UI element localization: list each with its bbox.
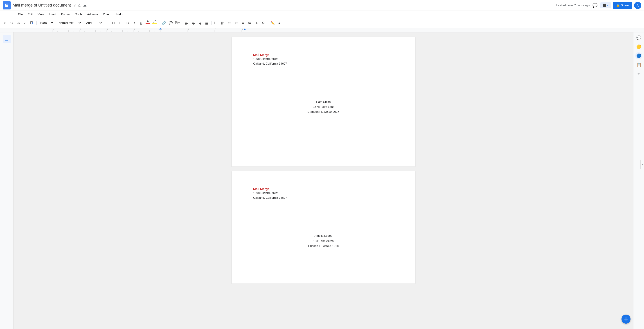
font-size-input[interactable] <box>110 21 117 24</box>
header-right: 💬 ⬛ ▾ 🔒 Share A <box>591 2 641 9</box>
font-size-control: − + <box>105 21 122 25</box>
svg-text:2: 2 <box>80 28 81 30</box>
menu-bar: File Edit View Insert Format Tools Add-o… <box>0 11 644 18</box>
right-panel-edit-icon[interactable]: 💬 <box>635 34 642 42</box>
align-right-button[interactable] <box>197 20 203 26</box>
sender-street-1: 1398 Clifford Street <box>253 57 394 62</box>
menu-zotero[interactable]: Zotero <box>101 12 114 17</box>
sender-city-1: Oakland, California 94607 <box>253 62 394 66</box>
svg-rect-24 <box>215 24 217 24</box>
highlight-button[interactable]: 🖍 <box>152 20 158 26</box>
svg-text:3: 3 <box>235 23 236 24</box>
font-select[interactable]: Arial Times New Roman Courier New <box>84 20 102 25</box>
svg-rect-46 <box>249 24 251 24</box>
sender-block-2: Mail Merge 1398 Clifford Street Oakland,… <box>253 187 394 200</box>
document-area[interactable]: Mail Merge 1398 Clifford Street Oakland,… <box>14 32 633 329</box>
svg-marker-80 <box>244 28 246 30</box>
text-color-button[interactable]: A <box>145 20 151 26</box>
ruler-inner: 1 2 3 4 5 6 7 8 <box>52 28 268 32</box>
svg-text:✓: ✓ <box>24 22 26 24</box>
indent-less-button[interactable] <box>240 20 246 26</box>
svg-rect-21 <box>206 24 208 24</box>
svg-rect-3 <box>6 6 7 6</box>
share-button[interactable]: 🔒 Share <box>613 2 632 9</box>
svg-text:3: 3 <box>107 28 108 30</box>
svg-text:8: 8 <box>242 28 243 30</box>
recipient-name-2: Amelia Lopez <box>253 233 394 238</box>
outline-icon[interactable] <box>3 35 11 43</box>
font-size-decrease[interactable]: − <box>105 21 110 25</box>
cloud-icon[interactable]: ☁ <box>83 3 87 8</box>
collapse-toolbar[interactable]: ▲ <box>276 20 282 26</box>
right-panel-add-icon[interactable]: + <box>635 70 642 78</box>
style-select[interactable]: Normal text Heading 1 Heading 2 Title <box>57 20 82 25</box>
numbered-list-button[interactable]: 123 <box>233 20 240 26</box>
menu-insert[interactable]: Insert <box>46 12 58 17</box>
menu-tools[interactable]: Tools <box>73 12 84 17</box>
svg-rect-5 <box>30 22 32 24</box>
svg-rect-2 <box>6 5 8 6</box>
undo-button[interactable]: ↩ <box>2 20 8 26</box>
menu-view[interactable]: View <box>35 12 46 17</box>
text-color-bar <box>146 23 150 24</box>
indent-more-button[interactable] <box>246 20 253 26</box>
svg-rect-20 <box>206 24 208 24</box>
sender-name-2: Mail Merge <box>253 187 394 191</box>
folder-icon[interactable]: 🗂 <box>78 4 82 8</box>
divider-7 <box>182 21 182 25</box>
align-center-button[interactable] <box>190 20 196 26</box>
menu-help[interactable]: Help <box>114 12 125 17</box>
insert-comment-button[interactable]: 💬 <box>168 20 174 26</box>
link-button[interactable]: 🔗 <box>161 20 167 26</box>
underline-button[interactable]: U <box>138 20 144 26</box>
svg-rect-8 <box>185 24 188 24</box>
svg-rect-83 <box>5 40 8 40</box>
svg-rect-6 <box>185 22 188 22</box>
italic-button[interactable]: I <box>131 20 138 26</box>
sender-name-1: Mail Merge <box>253 53 394 57</box>
menu-file[interactable]: File <box>16 12 25 17</box>
star-icon[interactable]: ☆ <box>74 3 77 8</box>
svg-rect-36 <box>236 22 238 22</box>
bold-button[interactable]: B <box>124 20 131 26</box>
ruler: 1 2 3 4 5 6 7 8 <box>0 28 644 32</box>
align-left-button[interactable] <box>184 20 190 26</box>
menu-edit[interactable]: Edit <box>26 12 35 17</box>
line-spacing-button[interactable] <box>213 20 219 26</box>
bullet-list-button[interactable] <box>226 20 233 26</box>
svg-rect-9 <box>185 24 186 24</box>
fab-button[interactable] <box>622 314 630 324</box>
clear-format-button[interactable]: T̶ <box>253 20 260 26</box>
right-panel-clipboard-icon[interactable]: 📋 <box>635 61 642 68</box>
svg-rect-12 <box>192 24 195 24</box>
svg-rect-30 <box>229 22 231 22</box>
divider-1 <box>36 21 37 25</box>
print-button[interactable]: 🖨 <box>15 20 22 26</box>
spellcheck-button[interactable]: ✓ <box>22 20 28 26</box>
svg-rect-81 <box>5 38 8 38</box>
present-button[interactable]: ⬛ ▾ <box>600 2 611 8</box>
svg-rect-16 <box>199 24 202 24</box>
svg-rect-38 <box>236 23 238 23</box>
pen-button[interactable]: ✏️ <box>269 20 276 26</box>
comments-button[interactable]: 💬 <box>591 2 598 9</box>
divider-5 <box>123 21 123 25</box>
svg-rect-82 <box>5 39 8 40</box>
right-panel-sync-icon[interactable]: 🔵 <box>635 52 642 60</box>
paint-format-button[interactable] <box>29 20 35 26</box>
avatar[interactable]: A <box>634 2 641 9</box>
menu-addons[interactable]: Add-ons <box>85 12 100 17</box>
right-panel-note-icon[interactable]: 🟡 <box>635 43 642 50</box>
menu-format[interactable]: Format <box>59 12 73 17</box>
highlight-bar <box>152 23 157 24</box>
svg-rect-43 <box>242 24 244 24</box>
divider-4 <box>104 21 104 25</box>
omega-button[interactable]: Ω <box>260 20 266 26</box>
insert-image-button[interactable]: 🖼▾ <box>174 20 180 26</box>
zoom-select[interactable]: 100% 75% 125% <box>38 20 54 25</box>
checklist-button[interactable] <box>220 20 226 26</box>
redo-button[interactable]: ↪ <box>8 20 15 26</box>
align-justify-button[interactable] <box>204 20 210 26</box>
panel-toggle[interactable]: › <box>640 160 644 169</box>
font-size-increase[interactable]: + <box>117 21 122 25</box>
